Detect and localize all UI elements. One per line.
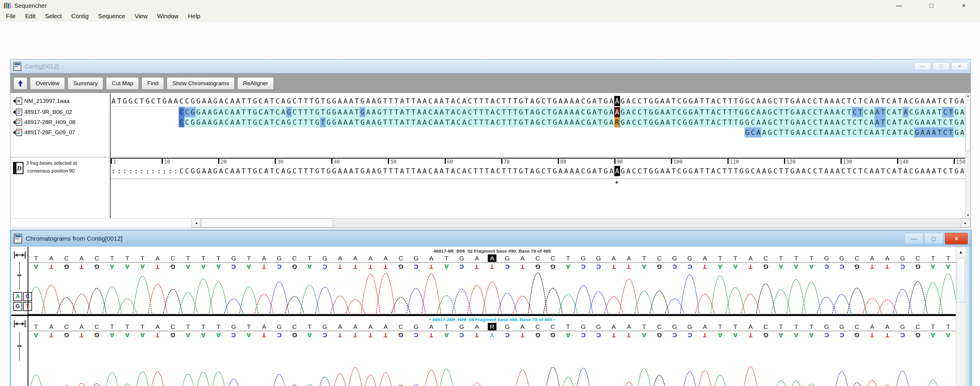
fragment-base-call[interactable]: G (530, 331, 546, 339)
fragment-base-call[interactable]: T (880, 331, 895, 339)
base-cell[interactable]: T (948, 127, 954, 138)
base-call[interactable]: A (697, 323, 713, 331)
base-cell[interactable]: : (139, 166, 145, 176)
base-cell[interactable]: G (212, 107, 218, 117)
base-call[interactable]: C (910, 323, 926, 331)
base-cell[interactable]: C (812, 127, 818, 138)
base-cell[interactable]: C (908, 107, 914, 117)
base-cell[interactable]: T (241, 166, 247, 176)
fragment-base-call[interactable]: A (29, 263, 44, 271)
base-cell[interactable]: G (518, 96, 523, 106)
base-cell[interactable]: C (942, 166, 948, 176)
base-cell[interactable]: C (840, 107, 846, 117)
base-cell[interactable]: G (954, 166, 959, 176)
base-cell[interactable]: A (829, 96, 835, 106)
menu-item-contig[interactable]: Contig (67, 13, 93, 20)
base-call[interactable]: A (332, 323, 348, 331)
base-cell[interactable]: G (286, 166, 292, 176)
base-cell[interactable]: C (496, 107, 501, 117)
base-cell[interactable]: C (676, 166, 682, 176)
base-cell[interactable]: A (422, 166, 428, 176)
base-cell[interactable]: G (360, 166, 365, 176)
base-cell[interactable]: A (399, 107, 405, 117)
base-call[interactable]: G (682, 323, 697, 331)
scroll-down-button[interactable]: ▼ (965, 212, 971, 218)
contig-minimize-button[interactable]: — (914, 62, 931, 70)
contig-horizontal-scrollbar[interactable]: ◄ ► (11, 218, 970, 227)
fragment-base-call[interactable]: A (120, 263, 135, 271)
base-cell[interactable]: T (880, 166, 886, 176)
base-cell[interactable]: T (778, 107, 784, 117)
base-cell[interactable]: A (891, 96, 897, 106)
base-cell[interactable]: A (529, 107, 535, 117)
fragment-base-call[interactable]: G (393, 331, 409, 339)
base-cell[interactable]: T (733, 107, 739, 117)
base-cell[interactable]: : (111, 166, 116, 176)
fragment-base-call[interactable]: G (910, 331, 926, 339)
base-cell[interactable]: A (920, 166, 926, 176)
base-cell[interactable]: : (128, 166, 134, 176)
base-cell[interactable]: A (829, 117, 835, 127)
base-cell[interactable]: A (829, 127, 835, 138)
fragment-base-call[interactable]: A (211, 331, 226, 339)
base-cell[interactable]: C (456, 96, 461, 106)
base-cell[interactable]: G (620, 117, 626, 127)
fragment-base-call[interactable]: T (424, 263, 439, 271)
base-cell[interactable]: C (886, 96, 891, 106)
base-call[interactable]: G (591, 254, 606, 262)
base-cell[interactable]: G (620, 166, 626, 176)
base-cell[interactable]: G (745, 117, 750, 127)
base-cell[interactable]: C (773, 127, 778, 138)
fragment-base-call[interactable]: T (363, 331, 378, 339)
base-call[interactable]: T (789, 323, 804, 331)
base-cell[interactable]: T (501, 166, 507, 176)
base-cell[interactable]: A (201, 107, 207, 117)
base-cell[interactable]: T (382, 117, 388, 127)
base-call[interactable]: A (621, 254, 636, 262)
base-cell[interactable]: C (292, 107, 298, 117)
base-cell[interactable]: T (241, 96, 247, 106)
sequence-row[interactable]: GCAAGCTTGAACCTAAACTCTCAATCATACGAAATCTGA (745, 127, 965, 138)
base-call[interactable]: G (409, 254, 424, 262)
base-cell[interactable]: G (914, 107, 920, 117)
base-cell[interactable]: T (722, 107, 727, 117)
base-call[interactable]: A (606, 323, 622, 331)
base-cell[interactable]: G (315, 96, 320, 106)
menu-item-file[interactable]: File (1, 13, 20, 20)
base-call[interactable]: A (515, 323, 530, 331)
base-cell[interactable]: A (558, 166, 563, 176)
base-cell[interactable]: G (190, 166, 196, 176)
base-cell[interactable]: T (699, 107, 705, 117)
base-cell[interactable]: A (824, 127, 829, 138)
base-cell[interactable]: G (682, 107, 688, 117)
base-cell[interactable]: G (518, 166, 523, 176)
base-cell[interactable]: G (586, 117, 592, 127)
base-call[interactable]: C (652, 254, 667, 262)
base-cell[interactable]: C (185, 96, 190, 106)
base-cell[interactable]: G (535, 96, 541, 106)
fragment-base-call[interactable]: G (59, 331, 74, 339)
base-cell[interactable]: A (869, 127, 875, 138)
base-cell[interactable]: T (247, 166, 252, 176)
base-cell[interactable]: A (874, 117, 880, 127)
base-cell[interactable]: T (382, 107, 388, 117)
base-cell[interactable]: A (450, 117, 456, 127)
base-cell[interactable]: A (348, 96, 354, 106)
base-cell[interactable]: G (552, 117, 558, 127)
fragment-base-call[interactable]: A (773, 263, 789, 271)
base-cell[interactable]: A (931, 107, 937, 117)
base-cell[interactable]: G (128, 96, 134, 106)
base-cell[interactable]: G (790, 96, 795, 106)
base-cell[interactable]: A (869, 107, 874, 117)
base-cell[interactable]: A (574, 96, 580, 106)
base-cell[interactable]: G (954, 117, 959, 127)
base-cell[interactable]: T (444, 107, 450, 117)
base-cell[interactable]: A (795, 166, 801, 176)
base-cell[interactable]: C (275, 96, 280, 106)
base-cell[interactable]: : (173, 166, 179, 176)
base-cell[interactable]: C (467, 96, 473, 106)
base-cell[interactable]: T (354, 166, 360, 176)
base-cell[interactable]: C (942, 107, 948, 117)
base-cell[interactable]: A (201, 117, 207, 127)
base-cell[interactable]: A (422, 96, 428, 106)
